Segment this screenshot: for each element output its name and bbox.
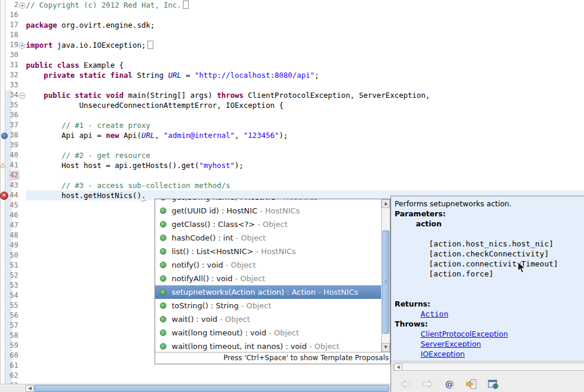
fold-collapse-icon[interactable]: − — [19, 93, 25, 99]
gutter-row[interactable]: 47 — [0, 220, 26, 230]
code-line[interactable] — [26, 10, 584, 20]
gutter-row[interactable]: 42 — [0, 170, 26, 180]
proposal-item[interactable]: get(UUID id) : HostNIC - HostNICs — [155, 204, 390, 218]
code-line[interactable]: UnsecuredConnectionAttemptError, IOExcep… — [26, 100, 584, 110]
gutter-row[interactable]: 51 — [0, 261, 26, 271]
gutter-row[interactable]: 60 — [0, 351, 26, 361]
proposal-label: get(UUID id) : HostNIC - HostNICs — [172, 206, 300, 215]
proposal-item-clipped[interactable]: get(String name) : HostNIC - HostNICs — [155, 199, 390, 204]
proposal-item[interactable]: wait(long timeout, int nanos) : void - O… — [155, 340, 390, 352]
gutter-row[interactable]: 37 — [0, 120, 26, 130]
code-line[interactable]: Api api = new Api(URL, "admin@internal",… — [26, 130, 584, 140]
scroll-down-icon[interactable]: ▼ — [382, 343, 390, 352]
code-line[interactable] — [26, 140, 584, 150]
forward-icon[interactable] — [422, 378, 433, 389]
editor-gutter[interactable]: 2+16171819+3031323334−353637383940⚠41424… — [0, 0, 26, 384]
gutter-row[interactable]: 31 — [0, 60, 26, 70]
gutter-row[interactable]: 56 — [0, 311, 26, 321]
scroll-up-icon[interactable]: ▲ — [382, 199, 390, 208]
gutter-row[interactable]: 50 — [0, 251, 26, 261]
gutter-row[interactable]: 17 — [0, 20, 26, 30]
proposal-item[interactable]: list() : List<HostNIC> - HostNICs — [155, 245, 390, 258]
gutter-row[interactable]: 59 — [0, 341, 26, 351]
show-in-javadoc-view-icon[interactable] — [466, 378, 477, 389]
collapsed-region-icon[interactable] — [183, 1, 189, 9]
gutter-row[interactable]: 45 — [0, 200, 26, 210]
gutter-row[interactable]: 53 — [0, 281, 26, 291]
gutter-row[interactable]: 33 — [0, 80, 26, 90]
javadoc-horizontal-scrollbar[interactable]: ◀ — [393, 363, 584, 371]
proposal-list[interactable]: get(String name) : HostNIC - HostNICs ge… — [155, 199, 390, 352]
scroll-left-icon[interactable]: ◀ — [394, 364, 402, 371]
back-icon[interactable] — [401, 378, 411, 389]
error-icon[interactable]: ✕ — [0, 192, 8, 200]
proposal-item[interactable]: notify() : void - Object — [155, 258, 390, 272]
gutter-row[interactable]: 61 — [0, 361, 26, 371]
proposal-item[interactable]: hashCode() : int - Object — [155, 231, 390, 245]
exception-link[interactable]: ServerException — [421, 340, 481, 348]
gutter-row[interactable]: 52 — [0, 271, 26, 281]
code-line[interactable]: // #1 - create proxy — [26, 120, 584, 130]
horizontal-scrollbar-thumb[interactable] — [34, 385, 389, 392]
scroll-left-icon[interactable]: ◀ — [25, 385, 34, 392]
code-line[interactable]: public class Example { — [26, 60, 584, 70]
gutter-row[interactable]: 48 — [0, 230, 26, 241]
line-number: 62 — [10, 371, 18, 381]
gutter-row[interactable]: 57 — [0, 321, 26, 331]
gutter-row[interactable]: 49 — [0, 241, 26, 251]
returns-type-link[interactable]: Action — [421, 309, 448, 318]
gutter-row[interactable]: 43 — [0, 180, 26, 190]
gutter-row[interactable]: 55 — [0, 301, 26, 311]
gutter-row[interactable]: 38 — [0, 130, 26, 140]
gutter-row[interactable]: 36 — [0, 110, 26, 120]
gutter-row[interactable]: 58 — [0, 331, 26, 341]
gutter-row[interactable]: 46 — [0, 210, 26, 220]
vertical-scrollbar-thumb[interactable] — [382, 230, 389, 334]
code-line[interactable] — [26, 30, 584, 40]
proposal-item[interactable]: getClass() : Class<?> - Object — [155, 218, 390, 231]
line-number: 35 — [10, 100, 18, 110]
gutter-row[interactable]: ⚠41 — [0, 160, 26, 170]
fold-expand-icon[interactable]: + — [19, 42, 25, 49]
code-line[interactable]: package org.ovirt.engine.sdk; — [26, 20, 584, 30]
gutter-row[interactable]: 54 — [0, 291, 26, 301]
code-line[interactable] — [26, 80, 584, 90]
gutter-row[interactable]: 35 — [0, 100, 26, 110]
proposal-item[interactable]: setupnetworks(Action action) : Action - … — [155, 285, 390, 299]
exception-link[interactable]: ClientProtocolException — [421, 330, 508, 338]
gutter-row[interactable]: 32 — [0, 70, 26, 80]
gutter-row[interactable]: 39 — [0, 140, 26, 150]
collapsed-region-icon[interactable] — [147, 41, 153, 49]
code-line[interactable] — [26, 110, 584, 120]
code-line[interactable] — [26, 50, 584, 60]
proposal-item[interactable]: wait(long timeout) : void - Object — [155, 326, 390, 340]
code-line[interactable]: import java.io.IOException; — [26, 40, 584, 50]
gutter-row[interactable]: 34− — [0, 90, 26, 100]
open-in-browser-icon[interactable] — [488, 378, 498, 389]
exception-link[interactable]: IOException — [421, 350, 465, 358]
gutter-row[interactable]: 2+ — [0, 0, 26, 10]
code-line[interactable] — [26, 170, 584, 180]
fold-expand-icon[interactable]: + — [19, 2, 25, 9]
proposal-item[interactable]: toString() : String - Object — [155, 299, 390, 312]
proposal-item[interactable]: get(String name) : HostNIC - HostNICs — [155, 199, 390, 204]
warning-icon[interactable]: ⚠ — [0, 162, 6, 169]
gutter-row[interactable]: 30 — [0, 50, 26, 60]
gutter-row[interactable]: 18 — [0, 30, 26, 40]
code-line[interactable]: public static void main(String[] args) t… — [26, 90, 584, 100]
gutter-row[interactable]: 62 — [0, 371, 26, 381]
gutter-row[interactable]: 16 — [0, 10, 26, 20]
gutter-row[interactable]: ✕44 — [0, 190, 26, 200]
assist-vertical-scrollbar[interactable]: ▲ ▼ — [381, 199, 390, 352]
gutter-row[interactable]: 19+ — [0, 40, 26, 50]
at-mention-icon[interactable]: @ — [444, 378, 455, 389]
code-line[interactable]: private static final String URL = "http:… — [26, 70, 584, 80]
code-line[interactable]: // Copyright (c) 2012 Red Hat, Inc. — [26, 0, 584, 10]
code-line[interactable]: Host host = api.getHosts().get("myhost")… — [26, 160, 584, 170]
proposal-item[interactable]: wait() : void - Object — [155, 312, 390, 326]
breakpoint-icon[interactable] — [1, 133, 8, 139]
proposal-item[interactable]: notifyAll() : void - Object — [155, 272, 390, 285]
code-line[interactable]: // #2 - get resource — [26, 150, 584, 160]
gutter-row[interactable]: 40 — [0, 150, 26, 160]
code-line[interactable]: // #3 - access sub-collection method/s — [26, 180, 584, 190]
